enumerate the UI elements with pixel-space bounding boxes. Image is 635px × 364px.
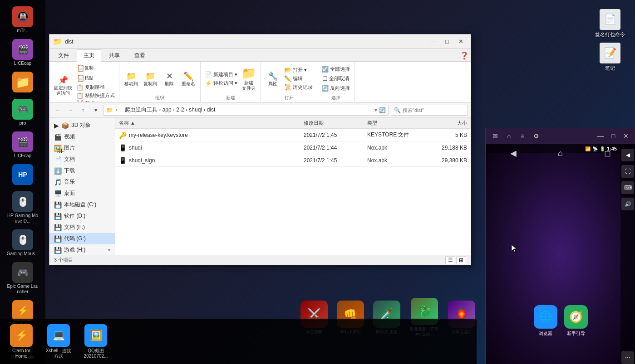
maximize-button[interactable]: □ (441, 37, 453, 47)
nox-minimize-button[interactable]: — (595, 131, 606, 141)
sidebar-item-docs-f[interactable]: 💾 文档 (F:) (49, 222, 115, 233)
ribbon-group-clipboard: 📌 固定到快速访问 📋 复制 📋 粘贴 📋 复制 (49, 62, 119, 102)
easy-access-button[interactable]: ⚡ 轻松访问 ▾ (203, 79, 239, 87)
nox-mail-icon[interactable]: ✉ (490, 131, 501, 141)
nox-volume-button[interactable]: 🔊 (621, 198, 634, 210)
open-button[interactable]: 📂 打开 ▾ (283, 66, 314, 74)
search-input[interactable] (403, 107, 465, 113)
up-button[interactable]: ↑ (78, 105, 89, 116)
recent-button[interactable]: ▾ (90, 105, 101, 116)
desktop-icon-notes[interactable]: 📝 笔记 (594, 43, 626, 72)
delete-button[interactable]: ✕ 删除 (160, 70, 178, 87)
taskbar-icon-gaming-mouse[interactable]: 🖱️ HP Gaming Mouse D... (5, 189, 41, 226)
taskbar-icon-pro[interactable]: 🎮 pro (5, 97, 41, 128)
window-controls: — □ ✕ (427, 37, 467, 47)
tab-file[interactable]: 文件 (51, 49, 76, 61)
copy-button[interactable]: 📋 复制 (75, 63, 116, 73)
nox-back-button[interactable]: ◀ (510, 148, 517, 158)
status-text: 3 个项目 (54, 257, 73, 263)
sidebar-item-desktop[interactable]: 🖥️ 桌面 (49, 188, 115, 199)
nox-app-guide[interactable]: 🧭 新手引导 (564, 305, 588, 337)
tab-share[interactable]: 共享 (102, 49, 127, 61)
file-list: 名称 ▲ 修改日期 类型 大小 🔑 my-release-key.keystor… (115, 118, 471, 255)
taskbar-icon-licecap1[interactable]: 🎬 LICEcap (5, 37, 41, 68)
nox-expand-button[interactable]: ◀ (621, 149, 634, 161)
refresh-icon[interactable]: 🔄 (379, 107, 386, 113)
col-name[interactable]: 名称 ▲ (119, 120, 304, 126)
edit-button[interactable]: ✏️ 编辑 (283, 75, 314, 83)
keystore-size: 5 KB (422, 132, 467, 138)
details-view-button[interactable]: ☰ (445, 256, 455, 264)
properties-button[interactable]: 🔧 属性 (264, 70, 282, 87)
taskbar-bottom-qq[interactable]: 🖼️ QQ截图20210702... (78, 322, 113, 361)
taskbar-icon-licecap2[interactable]: 🎬 LICEcap (5, 130, 41, 160)
address-path[interactable]: 📁 ← 爬虫逆向工具 › app › 2-2 › shuqi › dist ▾ … (103, 105, 389, 116)
title-bar: 📁 dist — □ ✕ (49, 34, 471, 49)
tab-view[interactable]: 查看 (128, 49, 152, 61)
paste-button[interactable]: 📋 粘贴 (75, 73, 116, 83)
shuqi-sign-size: 29,380 KB (422, 157, 467, 164)
minimize-button[interactable]: — (427, 37, 440, 47)
desktop-icon-sign[interactable]: 📄 签名打包命令 (594, 9, 626, 38)
help-button[interactable]: ❓ (460, 51, 469, 60)
sidebar-item-local-c[interactable]: 💾 本地磁盘 (C:) (49, 199, 115, 210)
taskbar-bottom-clash[interactable]: ⚡ Clash.forHome (4, 322, 39, 361)
file-row-shuqi-sign[interactable]: 📱 shuqi_sign 2021/7/2 1:45 Nox.apk 29,38… (115, 154, 471, 167)
sidebar-item-image[interactable]: 🖼️ 图片 (49, 142, 115, 154)
pin-to-quick-access-button[interactable]: 📌 固定到快速访问 (52, 74, 74, 97)
taskbar-icon-mtr[interactable]: 🚇 mTr... (5, 5, 41, 35)
sidebar-item-video[interactable]: 🎬 视频 (49, 131, 115, 142)
nox-apps: 🌐 浏览器 🧭 新手引导 (486, 305, 635, 337)
back-button[interactable]: ← (52, 105, 63, 116)
tab-home[interactable]: 主页 (77, 49, 101, 62)
sidebar-item-docs[interactable]: 📄 文档 (49, 154, 115, 165)
forward-button[interactable]: → (65, 105, 76, 116)
col-date[interactable]: 修改日期 (304, 120, 367, 126)
close-button[interactable]: ✕ (454, 37, 467, 47)
nox-close-button[interactable]: ✕ (620, 131, 631, 141)
file-row-keystore[interactable]: 🔑 my-release-key.keystore 2021/7/2 1:45 … (115, 129, 471, 141)
nox-home-bottom-button[interactable]: ⌂ (558, 149, 563, 158)
rename-button[interactable]: ✏️ 重命名 (179, 70, 197, 87)
nox-home-icon[interactable]: ⌂ (503, 131, 514, 141)
nox-fullscreen-button[interactable]: ⛶ (621, 165, 634, 178)
nox-app-browser[interactable]: 🌐 浏览器 (534, 305, 557, 337)
ribbon-group-open: 🔧 属性 📂 打开 ▾ ✏️ 编辑 📜 历史记录 (261, 62, 317, 102)
new-folder-button[interactable]: 📁 新建文件夹 (240, 65, 258, 92)
sidebar-item-code-g[interactable]: 💾 代码 (G:) (49, 233, 115, 244)
nox-recent-button[interactable]: ◻ (604, 148, 611, 158)
large-icons-view-button[interactable]: ⊞ (456, 256, 466, 264)
keystore-date: 2021/7/2 1:45 (304, 132, 367, 138)
select-all-button[interactable]: ☑️ 全部选择 (320, 65, 351, 73)
select-none-button[interactable]: ☐ 全部取消 (321, 75, 350, 83)
col-type[interactable]: 类型 (367, 120, 422, 126)
taskbar-bottom-xshell[interactable]: 💻 Xshell - 连接方式 (41, 322, 76, 361)
file-row-shuqi[interactable]: 📱 shuqi 2021/7/2 1:44 Nox.apk 29,188 KB (115, 141, 471, 154)
ribbon-group-new: 📄 新建项目 ▾ ⚡ 轻松访问 ▾ 📁 新建文件夹 新建 (201, 62, 261, 102)
col-size[interactable]: 大小 (422, 120, 467, 126)
move-to-button[interactable]: 📁 移动到 (122, 70, 140, 87)
taskbar-icon-hp[interactable]: HP (5, 162, 41, 188)
nox-maximize-button[interactable]: □ (608, 131, 619, 141)
nox-settings-icon[interactable]: ⚙ (531, 131, 541, 141)
taskbar-icon-folder1[interactable]: 📁 (5, 70, 41, 95)
copy-to-button[interactable]: 📁 复制到 (141, 70, 159, 87)
invert-select-button[interactable]: 🔄 反向选择 (320, 84, 351, 92)
search-box[interactable]: 🔍 (391, 105, 468, 116)
nox-menu-icon[interactable]: ≡ (517, 131, 528, 141)
copy-path-button[interactable]: 📋 复制路径 (75, 83, 116, 91)
sidebar-item-games-h[interactable]: 💾 游戏 (H:) ▾ (49, 244, 115, 255)
sidebar-item-download[interactable]: ⬇️ 下载 (49, 165, 115, 176)
taskbar-icon-epic[interactable]: 🎮 Epic Game Launcher (5, 260, 41, 296)
new-item-button[interactable]: 📄 新建项目 ▾ (203, 71, 239, 78)
sidebar-item-soft-d[interactable]: 💾 软件 (D:) (49, 210, 115, 222)
nox-keyboard-button[interactable]: ⌨ (621, 181, 634, 194)
sidebar-item-3d[interactable]: ▶ 📦 3D 对象 (49, 120, 115, 131)
keystore-icon: 🔑 (119, 131, 127, 139)
history-button[interactable]: 📜 历史记录 (283, 83, 314, 91)
nox-more-button[interactable]: ⋯ (621, 351, 634, 364)
paste-shortcut-button[interactable]: 📋 粘贴快捷方式 (75, 92, 116, 99)
taskbar-icon-gaming2[interactable]: 🖱️ Gaming Mous... (5, 228, 41, 258)
sidebar-item-music[interactable]: 🎵 音乐 (49, 176, 115, 188)
left-taskbar: 🚇 mTr... 🎬 LICEcap 📁 🎮 pro 🎬 LICEcap HP … (0, 0, 45, 364)
